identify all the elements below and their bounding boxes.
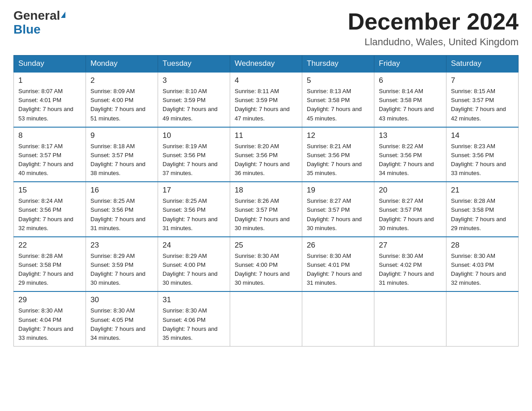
calendar-cell: 24Sunrise: 8:29 AMSunset: 4:00 PMDayligh… [158, 237, 230, 292]
calendar-week-4: 22Sunrise: 8:28 AMSunset: 3:58 PMDayligh… [14, 237, 519, 292]
day-info: Sunrise: 8:30 AMSunset: 4:00 PMDaylight:… [235, 252, 297, 288]
calendar-cell: 12Sunrise: 8:21 AMSunset: 3:56 PMDayligh… [302, 127, 374, 182]
calendar-week-2: 8Sunrise: 8:17 AMSunset: 3:57 PMDaylight… [14, 127, 519, 182]
day-number: 7 [451, 76, 514, 85]
calendar-cell: 23Sunrise: 8:29 AMSunset: 3:59 PMDayligh… [86, 237, 158, 292]
day-number: 13 [379, 131, 442, 140]
calendar-body: 1Sunrise: 8:07 AMSunset: 4:01 PMDaylight… [14, 72, 519, 346]
day-info: Sunrise: 8:26 AMSunset: 3:57 PMDaylight:… [235, 197, 297, 233]
calendar-table: SundayMondayTuesdayWednesdayThursdayFrid… [13, 55, 519, 347]
day-info: Sunrise: 8:27 AMSunset: 3:57 PMDaylight:… [379, 197, 442, 233]
day-number: 20 [379, 186, 442, 195]
calendar-cell: 27Sunrise: 8:30 AMSunset: 4:02 PMDayligh… [374, 237, 446, 292]
day-number: 27 [379, 241, 442, 250]
calendar-cell: 18Sunrise: 8:26 AMSunset: 3:57 PMDayligh… [230, 182, 302, 237]
day-info: Sunrise: 8:30 AMSunset: 4:06 PMDaylight:… [163, 306, 225, 342]
day-number: 12 [307, 131, 369, 140]
logo-blue: Blue [13, 22, 41, 36]
calendar-cell: 4Sunrise: 8:11 AMSunset: 3:59 PMDaylight… [230, 72, 302, 127]
calendar-week-5: 29Sunrise: 8:30 AMSunset: 4:04 PMDayligh… [14, 291, 519, 346]
day-info: Sunrise: 8:22 AMSunset: 3:56 PMDaylight:… [379, 142, 442, 178]
calendar-cell [302, 291, 374, 346]
calendar-cell: 9Sunrise: 8:18 AMSunset: 3:57 PMDaylight… [86, 127, 158, 182]
day-number: 30 [90, 295, 153, 304]
calendar-week-1: 1Sunrise: 8:07 AMSunset: 4:01 PMDaylight… [14, 72, 519, 127]
day-info: Sunrise: 8:30 AMSunset: 4:04 PMDaylight:… [18, 306, 81, 342]
weekday-header-thursday: Thursday [302, 56, 374, 73]
day-number: 23 [90, 241, 153, 250]
day-number: 28 [451, 241, 514, 250]
day-info: Sunrise: 8:21 AMSunset: 3:56 PMDaylight:… [307, 142, 369, 178]
day-info: Sunrise: 8:28 AMSunset: 3:58 PMDaylight:… [451, 197, 514, 233]
calendar-header-row: SundayMondayTuesdayWednesdayThursdayFrid… [14, 56, 519, 73]
month-title: December 2024 [348, 9, 519, 34]
day-number: 29 [18, 295, 81, 304]
calendar-week-3: 15Sunrise: 8:24 AMSunset: 3:56 PMDayligh… [14, 182, 519, 237]
calendar-cell [230, 291, 302, 346]
calendar-cell: 26Sunrise: 8:30 AMSunset: 4:01 PMDayligh… [302, 237, 374, 292]
weekday-header-tuesday: Tuesday [158, 56, 230, 73]
logo: General Blue [13, 9, 65, 37]
day-number: 24 [163, 241, 225, 250]
calendar-cell: 25Sunrise: 8:30 AMSunset: 4:00 PMDayligh… [230, 237, 302, 292]
day-info: Sunrise: 8:30 AMSunset: 4:01 PMDaylight:… [307, 252, 369, 288]
calendar-cell: 17Sunrise: 8:25 AMSunset: 3:56 PMDayligh… [158, 182, 230, 237]
day-number: 4 [235, 76, 297, 85]
weekday-header-friday: Friday [374, 56, 446, 73]
page-header: General Blue December 2024 Llandudno, Wa… [13, 9, 519, 48]
day-number: 2 [90, 76, 153, 85]
day-number: 21 [451, 186, 514, 195]
calendar-cell: 13Sunrise: 8:22 AMSunset: 3:56 PMDayligh… [374, 127, 446, 182]
day-number: 16 [90, 186, 153, 195]
day-info: Sunrise: 8:13 AMSunset: 3:58 PMDaylight:… [307, 87, 369, 123]
day-number: 18 [235, 186, 297, 195]
title-block: December 2024 Llandudno, Wales, United K… [348, 9, 519, 48]
calendar-cell: 14Sunrise: 8:23 AMSunset: 3:56 PMDayligh… [446, 127, 519, 182]
day-info: Sunrise: 8:30 AMSunset: 4:03 PMDaylight:… [451, 252, 514, 288]
day-info: Sunrise: 8:27 AMSunset: 3:57 PMDaylight:… [307, 197, 369, 233]
calendar-cell [446, 291, 519, 346]
day-number: 11 [235, 131, 297, 140]
logo-text: General Blue [13, 9, 65, 37]
day-number: 6 [379, 76, 442, 85]
weekday-header-monday: Monday [86, 56, 158, 73]
day-info: Sunrise: 8:30 AMSunset: 4:02 PMDaylight:… [379, 252, 442, 288]
calendar-cell: 22Sunrise: 8:28 AMSunset: 3:58 PMDayligh… [14, 237, 86, 292]
day-number: 19 [307, 186, 369, 195]
calendar-cell: 1Sunrise: 8:07 AMSunset: 4:01 PMDaylight… [14, 72, 86, 127]
weekday-header-saturday: Saturday [446, 56, 519, 73]
calendar-cell: 8Sunrise: 8:17 AMSunset: 3:57 PMDaylight… [14, 127, 86, 182]
day-info: Sunrise: 8:14 AMSunset: 3:58 PMDaylight:… [379, 87, 442, 123]
day-number: 5 [307, 76, 369, 85]
calendar-cell: 21Sunrise: 8:28 AMSunset: 3:58 PMDayligh… [446, 182, 519, 237]
calendar-cell: 15Sunrise: 8:24 AMSunset: 3:56 PMDayligh… [14, 182, 86, 237]
logo-general: General [13, 9, 60, 22]
day-info: Sunrise: 8:29 AMSunset: 4:00 PMDaylight:… [163, 252, 225, 288]
day-info: Sunrise: 8:28 AMSunset: 3:58 PMDaylight:… [18, 252, 81, 288]
day-info: Sunrise: 8:18 AMSunset: 3:57 PMDaylight:… [90, 142, 153, 178]
calendar-cell: 3Sunrise: 8:10 AMSunset: 3:59 PMDaylight… [158, 72, 230, 127]
calendar-cell: 2Sunrise: 8:09 AMSunset: 4:00 PMDaylight… [86, 72, 158, 127]
logo-triangle-icon [61, 12, 65, 18]
day-info: Sunrise: 8:20 AMSunset: 3:56 PMDaylight:… [235, 142, 297, 178]
day-info: Sunrise: 8:25 AMSunset: 3:56 PMDaylight:… [90, 197, 153, 233]
day-number: 22 [18, 241, 81, 250]
day-info: Sunrise: 8:17 AMSunset: 3:57 PMDaylight:… [18, 142, 81, 178]
day-number: 26 [307, 241, 369, 250]
calendar-cell: 11Sunrise: 8:20 AMSunset: 3:56 PMDayligh… [230, 127, 302, 182]
calendar-cell: 7Sunrise: 8:15 AMSunset: 3:57 PMDaylight… [446, 72, 519, 127]
weekday-header-sunday: Sunday [14, 56, 86, 73]
calendar-cell: 30Sunrise: 8:30 AMSunset: 4:05 PMDayligh… [86, 291, 158, 346]
day-number: 1 [18, 76, 81, 85]
day-number: 9 [90, 131, 153, 140]
day-info: Sunrise: 8:07 AMSunset: 4:01 PMDaylight:… [18, 87, 81, 123]
day-info: Sunrise: 8:19 AMSunset: 3:56 PMDaylight:… [163, 142, 225, 178]
calendar-cell: 10Sunrise: 8:19 AMSunset: 3:56 PMDayligh… [158, 127, 230, 182]
calendar-cell: 31Sunrise: 8:30 AMSunset: 4:06 PMDayligh… [158, 291, 230, 346]
day-info: Sunrise: 8:24 AMSunset: 3:56 PMDaylight:… [18, 197, 81, 233]
calendar-cell: 6Sunrise: 8:14 AMSunset: 3:58 PMDaylight… [374, 72, 446, 127]
day-info: Sunrise: 8:15 AMSunset: 3:57 PMDaylight:… [451, 87, 514, 123]
calendar-cell [374, 291, 446, 346]
day-number: 31 [163, 295, 225, 304]
day-info: Sunrise: 8:10 AMSunset: 3:59 PMDaylight:… [163, 87, 225, 123]
